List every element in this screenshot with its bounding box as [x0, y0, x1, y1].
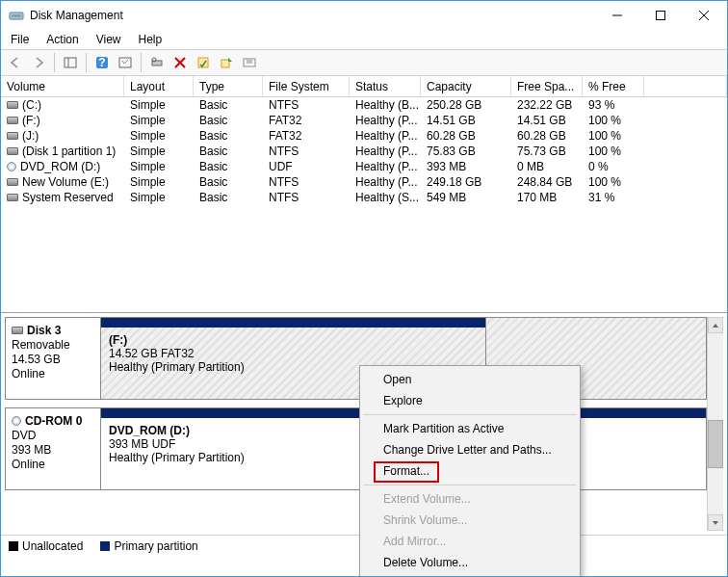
show-hide-button[interactable]	[60, 52, 81, 73]
menu-action[interactable]: Action	[44, 32, 80, 47]
window-title: Disk Management	[30, 9, 595, 22]
volume-row[interactable]: (C:)SimpleBasicNTFSHealthy (B...250.28 G…	[1, 97, 727, 113]
volume-fs: NTFS	[263, 98, 350, 112]
volume-type: Basic	[194, 129, 263, 143]
disk-icon	[7, 147, 18, 155]
col-type[interactable]: Type	[194, 76, 263, 96]
col-spacer	[644, 76, 727, 96]
properties-button[interactable]	[193, 52, 214, 73]
volume-row[interactable]: (J:)SimpleBasicFAT32Healthy (P...60.28 G…	[1, 128, 727, 144]
help-button[interactable]: ?	[91, 52, 113, 73]
volume-fs: FAT32	[263, 114, 350, 127]
svg-rect-3	[656, 12, 664, 20]
back-button[interactable]	[5, 52, 26, 73]
more-button[interactable]	[239, 52, 260, 73]
col-status[interactable]: Status	[350, 76, 421, 96]
volume-pct: 100 %	[583, 144, 644, 158]
scroll-up-icon[interactable]	[708, 317, 723, 333]
ctx-open[interactable]: Open	[362, 369, 578, 390]
volume-fs: FAT32	[263, 129, 350, 143]
volume-free: 60.28 GB	[511, 129, 583, 143]
volume-free: 232.22 GB	[511, 98, 583, 112]
volume-capacity: 249.18 GB	[421, 175, 511, 189]
volume-row[interactable]: DVD_ROM (D:)SimpleBasicUDFHealthy (P...3…	[1, 159, 727, 174]
volume-fs: NTFS	[263, 144, 350, 158]
volume-row[interactable]: (F:)SimpleBasicFAT32Healthy (P...14.51 G…	[1, 113, 727, 128]
maximize-button[interactable]	[638, 2, 682, 30]
col-layout[interactable]: Layout	[124, 76, 194, 96]
title-bar: Disk Management	[1, 1, 727, 30]
col-volume[interactable]: Volume	[1, 76, 124, 96]
volume-fs: UDF	[263, 160, 350, 173]
minimize-button[interactable]	[595, 2, 638, 30]
volume-pct: 100 %	[583, 114, 644, 127]
partition-status: Healthy (Primary Partition)	[109, 451, 245, 464]
ctx-delete[interactable]: Delete Volume...	[362, 552, 578, 573]
disk-state: Online	[12, 367, 94, 380]
partition-letter: DVD_ROM (D:)	[109, 424, 190, 437]
col-free[interactable]: Free Spa...	[511, 76, 583, 96]
volume-capacity: 60.28 GB	[421, 129, 511, 143]
volume-status: Healthy (S...	[350, 191, 421, 204]
context-menu: Open Explore Mark Partition as Active Ch…	[359, 365, 581, 577]
disk-label[interactable]: Disk 3 Removable 14.53 GB Online	[5, 317, 101, 400]
volume-layout: Simple	[124, 144, 194, 158]
close-button[interactable]	[682, 2, 725, 30]
disk-media: Removable	[12, 338, 94, 352]
cd-icon	[7, 162, 16, 171]
action-button[interactable]	[216, 52, 237, 73]
toolbar-divider	[141, 53, 142, 72]
partition-header	[101, 318, 485, 328]
volume-row[interactable]: New Volume (E:)SimpleBasicNTFSHealthy (P…	[1, 174, 727, 190]
disk-title: Disk 3	[27, 324, 61, 337]
ctx-mark-active[interactable]: Mark Partition as Active	[362, 418, 578, 439]
volume-capacity: 549 MB	[421, 191, 511, 204]
legend-primary: Primary partition	[100, 539, 197, 553]
partition-info: 14.52 GB FAT32	[109, 347, 245, 360]
menu-help[interactable]: Help	[137, 32, 165, 47]
forward-button[interactable]	[28, 52, 49, 73]
volume-status: Healthy (P...	[350, 175, 421, 189]
partition-status: Healthy (Primary Partition)	[109, 360, 245, 374]
volume-layout: Simple	[124, 114, 194, 127]
svg-rect-1	[12, 14, 21, 17]
ctx-add-mirror: Add Mirror...	[362, 531, 578, 552]
vertical-scrollbar[interactable]	[707, 317, 723, 531]
ctx-change-letter[interactable]: Change Drive Letter and Paths...	[362, 439, 578, 460]
toolbar: ?	[1, 49, 727, 76]
disk-panel-disk3: Disk 3 Removable 14.53 GB Online (F:) 14…	[5, 317, 707, 400]
ctx-explore[interactable]: Explore	[362, 390, 578, 411]
scroll-down-icon[interactable]	[708, 514, 723, 531]
volume-free: 14.51 GB	[511, 114, 583, 127]
toolbar-divider	[54, 53, 55, 72]
volume-status: Healthy (P...	[350, 144, 421, 158]
menu-divider	[363, 414, 577, 415]
volume-capacity: 75.83 GB	[421, 144, 511, 158]
volume-pct: 31 %	[583, 191, 644, 204]
ctx-format[interactable]: Format...	[362, 460, 578, 482]
refresh-button[interactable]	[115, 52, 136, 73]
volume-type: Basic	[194, 175, 263, 189]
delete-button[interactable]	[169, 52, 191, 73]
col-capacity[interactable]: Capacity	[421, 76, 511, 96]
volume-free: 0 MB	[511, 160, 583, 173]
volume-fs: NTFS	[263, 191, 350, 204]
volume-status: Healthy (B...	[350, 98, 421, 112]
col-pctfree[interactable]: % Free	[583, 76, 644, 96]
volume-name: System Reserved	[22, 191, 114, 204]
volume-type: Basic	[194, 98, 263, 112]
volume-layout: Simple	[124, 98, 194, 112]
col-filesystem[interactable]: File System	[263, 76, 350, 96]
volume-type: Basic	[194, 191, 263, 204]
disk-icon	[7, 101, 18, 109]
scroll-thumb[interactable]	[708, 420, 723, 468]
volume-row[interactable]: System ReservedSimpleBasicNTFSHealthy (S…	[1, 190, 727, 205]
menu-view[interactable]: View	[94, 32, 123, 47]
volume-row[interactable]: (Disk 1 partition 1)SimpleBasicNTFSHealt…	[1, 144, 727, 159]
svg-rect-6	[65, 58, 76, 67]
rescan-button[interactable]	[146, 52, 168, 73]
menu-file[interactable]: File	[9, 32, 31, 47]
disk-label[interactable]: CD-ROM 0 DVD 393 MB Online	[5, 407, 101, 490]
disk-size: 14.53 GB	[12, 353, 94, 366]
partition-letter: (F:)	[109, 333, 127, 347]
